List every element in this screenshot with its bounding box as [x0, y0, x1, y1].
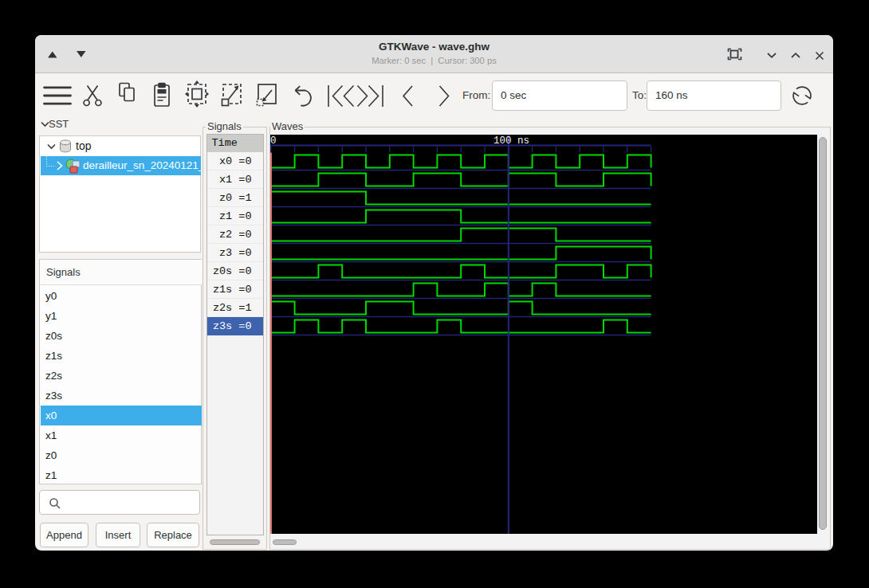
svg-text:100 ns: 100 ns: [493, 135, 529, 147]
svg-text:0: 0: [270, 135, 277, 147]
